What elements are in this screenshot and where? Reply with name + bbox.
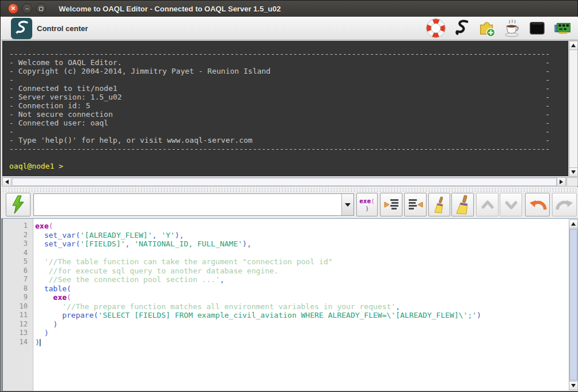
terminal-vertical-scrollbar[interactable] xyxy=(569,41,578,177)
indent-left-button[interactable] xyxy=(380,193,402,216)
scroll-up-button[interactable] xyxy=(569,219,578,229)
scrollbar-thumb[interactable] xyxy=(12,178,557,186)
scrollbar-thumb[interactable] xyxy=(569,229,577,380)
arrow-down-icon xyxy=(571,384,576,387)
terminal-output[interactable]: ----------------------------------------… xyxy=(2,41,568,176)
terminal-console-icon[interactable] xyxy=(526,18,547,39)
scroll-down-button[interactable] xyxy=(569,168,578,177)
arrow-right-icon xyxy=(560,180,563,184)
code-line: table( xyxy=(35,284,567,294)
hardware-card-icon[interactable] xyxy=(552,18,573,39)
close-icon: ✕ xyxy=(11,6,16,12)
arrow-up-icon xyxy=(571,44,576,47)
add-plugin-icon[interactable] xyxy=(476,18,497,39)
exe-open-paren: ( xyxy=(371,197,375,205)
code-line: set_var('[ALREADY_FLEW]', 'Y'), xyxy=(35,231,567,240)
code-line: exe( xyxy=(35,293,567,302)
code-line: ) xyxy=(35,329,567,338)
code-line: //See the connection pool section ...', xyxy=(35,275,567,284)
scroll-up-button[interactable] xyxy=(569,41,578,50)
indent-left-icon xyxy=(383,197,400,213)
snake-icon[interactable] xyxy=(450,18,471,39)
chevron-down-icon xyxy=(503,199,519,211)
code-line: set_var('[FIELDS]', 'NATIONAL_ID, FULL_N… xyxy=(35,239,567,249)
arrow-left-icon xyxy=(5,180,9,184)
editor-gutter: 1234567891011121314 xyxy=(3,219,33,391)
code-line xyxy=(35,249,567,258)
combobox-input[interactable] xyxy=(34,194,341,215)
clean-all-button[interactable] xyxy=(451,193,474,216)
control-center-label: Control center xyxy=(37,24,88,33)
code-line: prepare('SELECT [FIELDS] FROM example_ci… xyxy=(35,311,567,320)
titlebar: ✕ − Welcome to OAQL Editor - Connected t… xyxy=(1,1,577,17)
toolbar-drag-handle[interactable] xyxy=(1,187,578,192)
query-combobox[interactable] xyxy=(33,193,354,216)
close-button[interactable]: ✕ xyxy=(8,3,18,14)
minimize-icon: − xyxy=(25,6,29,12)
code-line: exe( xyxy=(35,222,567,231)
exe-keyword: exe xyxy=(359,197,371,205)
code-line: '//The prepare function matches all envi… xyxy=(35,302,567,311)
redo-icon xyxy=(556,197,574,212)
maximize-icon xyxy=(39,7,43,11)
app-window: ✕ − Welcome to OAQL Editor - Connected t… xyxy=(0,0,578,392)
undo-button[interactable] xyxy=(525,193,550,216)
code-line: '//The table function can take the argum… xyxy=(35,257,567,267)
code-line: //for execute sql query to another datab… xyxy=(35,267,567,276)
exe-template-button[interactable]: exe( ) xyxy=(356,193,378,216)
execute-query-button[interactable] xyxy=(6,193,31,216)
code-line: )| xyxy=(35,338,567,347)
app-toolbar: Control center xyxy=(1,17,578,40)
maximize-button[interactable] xyxy=(36,3,46,14)
history-down-button[interactable] xyxy=(500,193,522,216)
scroll-right-button[interactable] xyxy=(557,177,566,187)
arrow-up-icon xyxy=(571,222,576,226)
indent-right-icon xyxy=(408,197,424,213)
scroll-left-button[interactable] xyxy=(2,177,12,187)
chevron-down-icon xyxy=(345,203,351,207)
terminal-panel: ----------------------------------------… xyxy=(1,40,578,187)
redo-button[interactable] xyxy=(552,193,577,216)
scrollbar-corner xyxy=(566,177,578,187)
history-up-button[interactable] xyxy=(476,193,499,216)
help-lifebuoy-icon[interactable] xyxy=(425,18,446,39)
terminal-prompt: oaql@node1 > xyxy=(9,162,568,170)
scroll-down-button[interactable] xyxy=(569,381,578,390)
editor-vertical-scrollbar[interactable] xyxy=(569,219,578,390)
java-coffee-icon[interactable] xyxy=(501,18,522,39)
undo-icon xyxy=(528,197,547,212)
code-line: ) xyxy=(35,320,567,329)
exe-close-paren: ) xyxy=(365,205,369,212)
combobox-dropdown-button[interactable] xyxy=(341,194,353,215)
window-title: Welcome to OAQL Editor - Connected to OA… xyxy=(59,5,281,13)
lightning-icon xyxy=(11,195,26,215)
editor-panel: 1234567891011121314 exe( set_var('[ALREA… xyxy=(1,218,578,391)
oaql-logo-icon xyxy=(11,18,32,39)
large-broom-icon xyxy=(454,195,471,215)
small-broom-icon xyxy=(432,196,447,214)
clean-line-button[interactable] xyxy=(428,193,450,216)
code-editor[interactable]: exe( set_var('[ALREADY_FLEW]', 'Y'), set… xyxy=(35,219,567,391)
terminal-horizontal-scrollbar[interactable] xyxy=(2,177,566,187)
arrow-down-icon xyxy=(571,170,576,174)
query-toolbar: exe( ) xyxy=(1,192,578,218)
minimize-button[interactable]: − xyxy=(22,3,32,14)
indent-right-button[interactable] xyxy=(404,193,427,216)
chevron-up-icon xyxy=(480,199,496,211)
